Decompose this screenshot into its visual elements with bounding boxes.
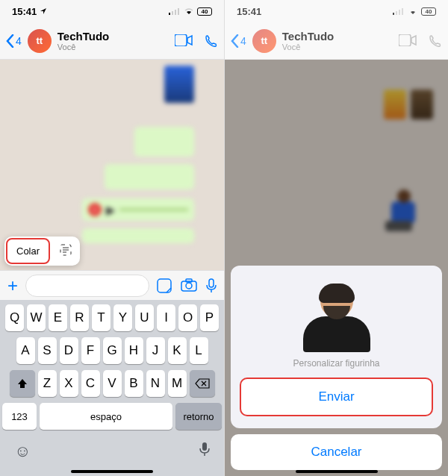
key-q[interactable]: Q	[5, 304, 24, 331]
location-icon	[40, 7, 47, 15]
scan-text-button[interactable]	[52, 237, 80, 265]
phone-call-icon[interactable]	[205, 34, 218, 48]
svg-rect-0	[169, 13, 170, 15]
key-c[interactable]: C	[81, 370, 100, 397]
key-o[interactable]: O	[178, 304, 197, 331]
phone-call-icon[interactable]	[429, 34, 442, 48]
key-g[interactable]: G	[103, 337, 122, 364]
sticker-preview	[296, 278, 378, 352]
key-b[interactable]: B	[125, 370, 143, 397]
key-z[interactable]: Z	[38, 370, 57, 397]
key-t[interactable]: T	[92, 304, 111, 331]
message-input[interactable]	[25, 275, 149, 297]
backspace-key[interactable]	[190, 370, 215, 397]
context-menu: Colar	[4, 237, 80, 266]
mic-icon: ●	[88, 203, 102, 216]
svg-rect-12	[186, 279, 192, 282]
contact-status: Você	[57, 43, 175, 51]
chat-area: Personalizar figurinha Enviar Cancelar	[225, 60, 448, 476]
chevron-left-icon	[6, 34, 14, 48]
key-p[interactable]: P	[200, 304, 219, 331]
key-j[interactable]: J	[146, 337, 165, 364]
key-d[interactable]: D	[60, 337, 78, 364]
backspace-icon	[195, 378, 210, 389]
svg-rect-16	[396, 11, 397, 15]
status-bar: 15:41 40	[0, 0, 224, 22]
chevron-left-icon	[231, 34, 239, 48]
personalize-sticker-link[interactable]: Personalizar figurinha	[240, 358, 433, 369]
home-indicator[interactable]	[71, 470, 153, 473]
svg-rect-15	[393, 13, 394, 15]
back-button[interactable]: 4	[231, 34, 246, 48]
avatar[interactable]: tt	[28, 29, 52, 53]
sticker-icon[interactable]	[157, 278, 172, 293]
mic-icon	[199, 442, 210, 457]
shift-key[interactable]	[10, 370, 35, 397]
key-m[interactable]: M	[168, 370, 187, 397]
key-r[interactable]: R	[70, 304, 89, 331]
send-button[interactable]: Enviar	[240, 378, 433, 416]
key-k[interactable]: K	[168, 337, 187, 364]
scan-icon	[59, 243, 72, 257]
keyboard: QWERTYUIOP ASDFGHJKL ZXCVBNM 123 espaço …	[0, 300, 224, 476]
input-bar: +	[0, 270, 224, 300]
video-call-icon[interactable]	[399, 34, 417, 46]
svg-rect-14	[202, 442, 207, 451]
attach-button[interactable]: +	[7, 275, 18, 296]
contact-name: TechTudo	[57, 30, 175, 43]
svg-rect-18	[402, 8, 403, 15]
shift-icon	[16, 378, 28, 389]
svg-rect-1	[172, 11, 173, 15]
numbers-key[interactable]: 123	[2, 403, 37, 430]
return-key[interactable]: retorno	[175, 403, 222, 430]
status-time: 15:41	[237, 6, 261, 17]
home-indicator[interactable]	[296, 470, 378, 473]
avatar[interactable]: tt	[252, 29, 276, 53]
svg-rect-2	[175, 10, 176, 15]
svg-point-11	[186, 283, 192, 289]
action-sheet: Personalizar figurinha Enviar Cancelar	[225, 260, 448, 476]
status-bar: 15:41 40	[225, 0, 448, 22]
paste-button[interactable]: Colar	[6, 238, 50, 264]
key-i[interactable]: I	[157, 304, 175, 331]
contact-info[interactable]: TechTudo Você	[57, 30, 175, 51]
message-bubble	[134, 127, 194, 157]
chat-header: 4 tt TechTudo Você	[0, 22, 224, 60]
signal-icon	[393, 7, 405, 15]
message-bubble	[82, 228, 194, 243]
contact-status: Você	[282, 43, 399, 51]
camera-icon[interactable]	[181, 278, 197, 292]
sticker-message	[164, 66, 194, 103]
svg-rect-4	[175, 34, 187, 46]
svg-rect-13	[209, 279, 214, 287]
emoji-button[interactable]: ☺	[14, 442, 31, 461]
voice-message: ● ▶	[82, 198, 194, 221]
key-l[interactable]: L	[190, 337, 208, 364]
battery-icon: 40	[197, 7, 212, 16]
wifi-icon	[184, 7, 194, 15]
cancel-button[interactable]: Cancelar	[231, 434, 442, 470]
chat-header: 4 tt TechTudo Você	[225, 22, 448, 60]
key-u[interactable]: U	[135, 304, 154, 331]
key-h[interactable]: H	[125, 337, 143, 364]
key-v[interactable]: V	[103, 370, 122, 397]
chat-area[interactable]: ● ▶ Colar	[0, 60, 224, 270]
svg-rect-17	[399, 10, 400, 15]
back-button[interactable]: 4	[6, 34, 22, 48]
space-key[interactable]: espaço	[40, 403, 172, 430]
mic-icon[interactable]	[206, 278, 217, 293]
message-bubble	[105, 164, 194, 190]
key-a[interactable]: A	[16, 337, 35, 364]
key-e[interactable]: E	[49, 304, 67, 331]
dictation-button[interactable]	[199, 442, 210, 461]
key-s[interactable]: S	[38, 337, 57, 364]
contact-name: TechTudo	[282, 30, 399, 43]
video-call-icon[interactable]	[175, 34, 193, 46]
key-x[interactable]: X	[60, 370, 78, 397]
contact-info[interactable]: TechTudo Você	[282, 30, 399, 51]
key-w[interactable]: W	[27, 304, 46, 331]
key-n[interactable]: N	[146, 370, 165, 397]
key-y[interactable]: Y	[113, 304, 132, 331]
battery-icon: 40	[421, 7, 436, 16]
key-f[interactable]: F	[81, 337, 100, 364]
